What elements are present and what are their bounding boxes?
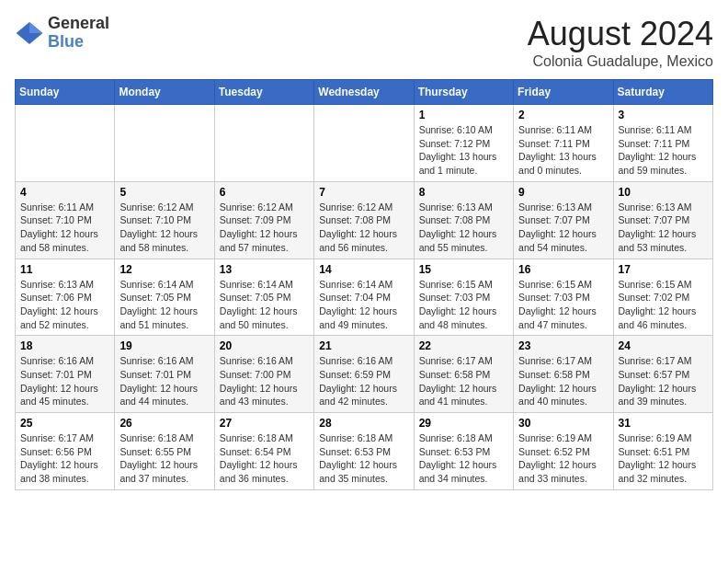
location-subtitle: Colonia Guadalupe, Mexico [528, 53, 713, 70]
calendar-week-3: 11Sunrise: 6:13 AMSunset: 7:06 PMDayligh… [16, 259, 713, 336]
month-year-title: August 2024 [528, 15, 713, 53]
calendar-cell: 11Sunrise: 6:13 AMSunset: 7:06 PMDayligh… [16, 259, 115, 336]
day-info: Sunrise: 6:16 AMSunset: 7:01 PMDaylight:… [119, 354, 209, 408]
day-number: 25 [20, 417, 109, 430]
calendar-cell: 17Sunrise: 6:15 AMSunset: 7:02 PMDayligh… [613, 259, 712, 336]
day-info: Sunrise: 6:15 AMSunset: 7:03 PMDaylight:… [419, 278, 508, 332]
day-info: Sunrise: 6:18 AMSunset: 6:55 PMDaylight:… [119, 431, 209, 486]
calendar-cell: 9Sunrise: 6:13 AMSunset: 7:07 PMDaylight… [514, 181, 613, 259]
day-info: Sunrise: 6:14 AMSunset: 7:05 PMDaylight:… [220, 278, 309, 332]
day-info: Sunrise: 6:16 AMSunset: 6:59 PMDaylight:… [319, 354, 408, 408]
calendar-cell: 5Sunrise: 6:12 AMSunset: 7:10 PMDaylight… [115, 181, 214, 259]
calendar-cell: 29Sunrise: 6:18 AMSunset: 6:53 PMDayligh… [414, 413, 513, 490]
calendar-cell [115, 105, 214, 182]
day-info: Sunrise: 6:13 AMSunset: 7:07 PMDaylight:… [619, 201, 708, 255]
calendar-cell: 21Sunrise: 6:16 AMSunset: 6:59 PMDayligh… [314, 336, 414, 413]
day-info: Sunrise: 6:13 AMSunset: 7:08 PMDaylight:… [419, 201, 508, 255]
logo-icon [15, 18, 44, 48]
calendar-cell: 12Sunrise: 6:14 AMSunset: 7:05 PMDayligh… [115, 259, 214, 336]
day-info: Sunrise: 6:17 AMSunset: 6:57 PMDaylight:… [619, 354, 708, 408]
day-number: 23 [518, 339, 608, 352]
calendar-cell: 3Sunrise: 6:11 AMSunset: 7:11 PMDaylight… [613, 105, 712, 182]
day-number: 14 [319, 263, 408, 276]
calendar-cell: 19Sunrise: 6:16 AMSunset: 7:01 PMDayligh… [115, 336, 214, 413]
calendar-cell: 26Sunrise: 6:18 AMSunset: 6:55 PMDayligh… [115, 413, 214, 490]
calendar-cell: 30Sunrise: 6:19 AMSunset: 6:52 PMDayligh… [514, 413, 613, 490]
weekday-header-sunday: Sunday [16, 80, 115, 105]
day-info: Sunrise: 6:12 AMSunset: 7:09 PMDaylight:… [220, 201, 309, 255]
day-number: 8 [419, 186, 508, 199]
day-info: Sunrise: 6:18 AMSunset: 6:53 PMDaylight:… [319, 431, 408, 486]
day-number: 12 [119, 263, 209, 276]
calendar-cell: 20Sunrise: 6:16 AMSunset: 7:00 PMDayligh… [214, 336, 313, 413]
day-number: 15 [419, 263, 508, 276]
calendar-cell: 8Sunrise: 6:13 AMSunset: 7:08 PMDaylight… [414, 181, 513, 259]
svg-marker-1 [29, 22, 42, 33]
day-number: 5 [119, 186, 209, 199]
day-number: 18 [20, 339, 109, 352]
calendar-table: SundayMondayTuesdayWednesdayThursdayFrid… [15, 79, 713, 490]
calendar-cell [214, 105, 313, 182]
day-number: 17 [619, 263, 708, 276]
calendar-cell: 14Sunrise: 6:14 AMSunset: 7:04 PMDayligh… [314, 259, 414, 336]
day-info: Sunrise: 6:12 AMSunset: 7:10 PMDaylight:… [119, 201, 209, 255]
calendar-cell: 25Sunrise: 6:17 AMSunset: 6:56 PMDayligh… [16, 413, 115, 490]
logo-text: General Blue [48, 15, 109, 52]
day-number: 16 [518, 263, 608, 276]
weekday-header-wednesday: Wednesday [314, 80, 414, 105]
day-number: 21 [319, 339, 408, 352]
day-number: 13 [220, 263, 309, 276]
calendar-cell: 16Sunrise: 6:15 AMSunset: 7:03 PMDayligh… [514, 259, 613, 336]
page-header: General Blue August 2024 Colonia Guadalu… [15, 15, 713, 70]
day-info: Sunrise: 6:19 AMSunset: 6:52 PMDaylight:… [518, 431, 608, 486]
calendar-cell: 1Sunrise: 6:10 AMSunset: 7:12 PMDaylight… [414, 105, 513, 182]
logo: General Blue [15, 15, 109, 52]
calendar-cell: 28Sunrise: 6:18 AMSunset: 6:53 PMDayligh… [314, 413, 414, 490]
day-number: 31 [619, 417, 708, 430]
day-info: Sunrise: 6:14 AMSunset: 7:04 PMDaylight:… [319, 278, 408, 332]
weekday-header-saturday: Saturday [613, 80, 712, 105]
day-number: 19 [119, 339, 209, 352]
day-info: Sunrise: 6:13 AMSunset: 7:06 PMDaylight:… [20, 278, 109, 332]
day-number: 1 [419, 109, 508, 121]
calendar-cell: 4Sunrise: 6:11 AMSunset: 7:10 PMDaylight… [16, 181, 115, 259]
calendar-cell: 24Sunrise: 6:17 AMSunset: 6:57 PMDayligh… [613, 336, 712, 413]
calendar-cell [314, 105, 414, 182]
day-number: 9 [518, 186, 608, 199]
calendar-cell: 18Sunrise: 6:16 AMSunset: 7:01 PMDayligh… [16, 336, 115, 413]
calendar-cell: 7Sunrise: 6:12 AMSunset: 7:08 PMDaylight… [314, 181, 414, 259]
day-info: Sunrise: 6:11 AMSunset: 7:11 PMDaylight:… [518, 123, 608, 178]
calendar-cell: 22Sunrise: 6:17 AMSunset: 6:58 PMDayligh… [414, 336, 513, 413]
day-number: 2 [518, 109, 608, 121]
day-info: Sunrise: 6:16 AMSunset: 7:00 PMDaylight:… [220, 354, 309, 408]
day-number: 10 [619, 186, 708, 199]
calendar-body: 1Sunrise: 6:10 AMSunset: 7:12 PMDaylight… [16, 105, 713, 490]
day-number: 22 [419, 339, 508, 352]
weekday-header-tuesday: Tuesday [214, 80, 313, 105]
day-number: 11 [20, 263, 109, 276]
calendar-cell [16, 105, 115, 182]
day-info: Sunrise: 6:12 AMSunset: 7:08 PMDaylight:… [319, 201, 408, 255]
day-info: Sunrise: 6:17 AMSunset: 6:56 PMDaylight:… [20, 431, 109, 486]
weekday-header-friday: Friday [514, 80, 613, 105]
day-number: 30 [518, 417, 608, 430]
day-info: Sunrise: 6:11 AMSunset: 7:10 PMDaylight:… [20, 201, 109, 255]
calendar-week-4: 18Sunrise: 6:16 AMSunset: 7:01 PMDayligh… [16, 336, 713, 413]
weekday-header-monday: Monday [115, 80, 214, 105]
day-info: Sunrise: 6:11 AMSunset: 7:11 PMDaylight:… [619, 123, 708, 178]
day-number: 20 [220, 339, 309, 352]
day-number: 7 [319, 186, 408, 199]
day-info: Sunrise: 6:10 AMSunset: 7:12 PMDaylight:… [419, 123, 508, 178]
day-number: 6 [220, 186, 309, 199]
day-info: Sunrise: 6:18 AMSunset: 6:53 PMDaylight:… [419, 431, 508, 486]
calendar-cell: 15Sunrise: 6:15 AMSunset: 7:03 PMDayligh… [414, 259, 513, 336]
day-info: Sunrise: 6:18 AMSunset: 6:54 PMDaylight:… [220, 431, 309, 486]
calendar-cell: 23Sunrise: 6:17 AMSunset: 6:58 PMDayligh… [514, 336, 613, 413]
day-info: Sunrise: 6:15 AMSunset: 7:02 PMDaylight:… [619, 278, 708, 332]
day-info: Sunrise: 6:14 AMSunset: 7:05 PMDaylight:… [119, 278, 209, 332]
day-info: Sunrise: 6:16 AMSunset: 7:01 PMDaylight:… [20, 354, 109, 408]
logo-blue-text: Blue [48, 33, 109, 52]
calendar-week-2: 4Sunrise: 6:11 AMSunset: 7:10 PMDaylight… [16, 181, 713, 259]
title-section: August 2024 Colonia Guadalupe, Mexico [528, 15, 713, 70]
calendar-week-1: 1Sunrise: 6:10 AMSunset: 7:12 PMDaylight… [16, 105, 713, 182]
